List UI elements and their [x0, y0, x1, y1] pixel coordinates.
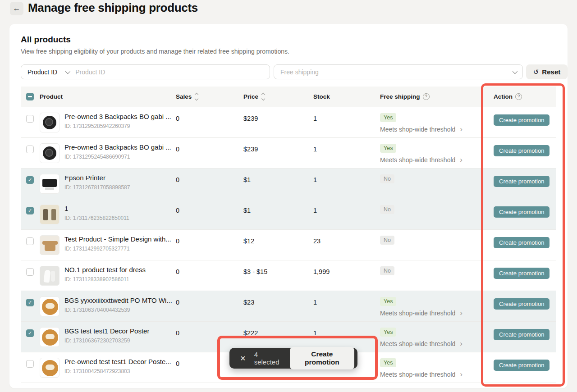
sales-value: 0	[176, 107, 243, 122]
row-checkbox[interactable]: ✓	[26, 207, 34, 214]
top-bar: ← Manage free shipping products	[0, 0, 577, 24]
product-name: NO.1 product test for dress	[64, 266, 146, 273]
column-header-stock: Stock	[313, 93, 380, 100]
select-all-checkbox[interactable]	[26, 93, 34, 100]
row-checkbox[interactable]: ✓	[26, 176, 34, 184]
sales-value: 0	[176, 230, 243, 245]
table-body: ✓ Pre-owned 3 Backpacks BO gabi ... ID: …	[21, 107, 556, 383]
row-checkbox[interactable]: ✓	[26, 237, 34, 245]
table-row: ✓ NO.1 product test for dress ID: 173112…	[21, 260, 556, 291]
row-checkbox[interactable]: ✓	[26, 268, 34, 276]
product-id: ID: 1731128338902586011	[64, 276, 146, 283]
create-promotion-button[interactable]: Create promotion	[494, 176, 550, 187]
product-thumbnail	[40, 143, 60, 163]
product-id: ID: 1731063672302703259	[64, 337, 149, 344]
product-thumbnail	[40, 205, 60, 224]
threshold-link[interactable]: Meets shop-wide threshold ›	[380, 125, 472, 133]
card-description: View free shipping eligibility of your p…	[21, 48, 289, 55]
all-products-card: All products View free shipping eligibil…	[9, 24, 568, 388]
close-icon[interactable]: ×	[240, 354, 246, 363]
create-promotion-button[interactable]: Create promotion	[494, 145, 550, 156]
product-thumbnail	[40, 235, 60, 255]
column-header-action: Action	[494, 93, 513, 100]
sales-value: 0	[176, 199, 243, 214]
product-name: Test Product - Simple Design with...	[64, 235, 171, 243]
filter-row: Product ID Free shipping ↺ Reset	[9, 64, 568, 79]
stock-value: 1	[313, 291, 380, 306]
chevron-down-icon[interactable]	[65, 68, 70, 73]
check-icon: ✓	[28, 300, 32, 305]
price-value: $23	[243, 291, 313, 306]
product-name: Pre-owned 3 Backpacks BO gabi ...	[64, 113, 171, 120]
create-promotion-button[interactable]: Create promotion	[494, 237, 550, 248]
free-shipping-badge: Yes	[380, 144, 396, 153]
filter-field-select[interactable]: Product ID	[27, 68, 57, 76]
table-row: ✓ Pre-owned 3 Backpacks BO gabi ... ID: …	[21, 107, 556, 138]
free-shipping-badge: Yes	[380, 113, 396, 122]
product-id: ID: 1731063704004432539	[64, 307, 172, 313]
create-promotion-button[interactable]: Create promotion	[494, 298, 550, 310]
row-checkbox[interactable]: ✓	[26, 146, 34, 153]
table-row: ✓ BGS yyxxxiiixxttwedit PO MTO Wi... ID:…	[21, 291, 556, 322]
toolbar-create-promotion-button[interactable]: Create promotion	[290, 347, 354, 369]
row-checkbox[interactable]: ✓	[26, 360, 34, 368]
stock-value: 1	[313, 199, 380, 214]
product-id: ID: 1731295245486690971	[64, 154, 171, 160]
create-promotion-button[interactable]: Create promotion	[494, 206, 550, 218]
free-shipping-badge: Yes	[380, 328, 396, 337]
create-promotion-button[interactable]: Create promotion	[494, 360, 550, 371]
create-promotion-button[interactable]: Create promotion	[494, 268, 550, 279]
product-id: ID: 1731267817058898587	[64, 184, 130, 191]
free-shipping-badge: No	[380, 266, 394, 275]
stock-value: 1	[313, 107, 380, 122]
back-button[interactable]: ←	[10, 2, 23, 15]
row-checkbox[interactable]: ✓	[26, 329, 34, 337]
chevron-right-icon: ›	[460, 156, 463, 164]
card-heading: All products	[21, 35, 71, 45]
price-value: $12	[243, 230, 313, 245]
product-name: Pre-owned test test1 Decor Poste...	[64, 358, 171, 365]
threshold-link[interactable]: Meets shop-wide threshold ›	[380, 309, 472, 317]
price-value: $3 - $15	[243, 260, 313, 275]
sort-icon[interactable]	[262, 93, 265, 100]
product-thumbnail	[40, 113, 60, 132]
column-header-sales[interactable]: Sales	[176, 93, 243, 100]
product-name: Epson Printer	[64, 174, 130, 182]
reset-label: Reset	[542, 68, 560, 76]
table-row: ✓ 1 ID: 1731176235822650011 0 $1 1 No › …	[21, 199, 556, 230]
price-value: $239	[243, 138, 313, 153]
price-value: $239	[243, 107, 313, 122]
row-checkbox[interactable]: ✓	[26, 115, 34, 123]
reset-button[interactable]: ↺ Reset	[526, 64, 568, 79]
free-shipping-badge: No	[380, 174, 394, 183]
stock-value: 1	[313, 169, 380, 183]
product-thumbnail	[40, 296, 60, 316]
check-icon: ✓	[28, 208, 32, 213]
help-icon[interactable]: ?	[423, 93, 430, 100]
threshold-link[interactable]: Meets shop-wide threshold ›	[380, 370, 472, 378]
check-icon: ✓	[28, 331, 32, 336]
threshold-label: Meets shop-wide threshold	[380, 371, 455, 378]
product-name: 1	[64, 205, 129, 212]
sort-icon[interactable]	[195, 93, 198, 100]
create-promotion-button[interactable]: Create promotion	[494, 329, 550, 340]
stock-value: 1,999	[313, 260, 380, 275]
threshold-link[interactable]: Meets shop-wide threshold ›	[380, 340, 472, 347]
free-shipping-select[interactable]: Free shipping	[274, 64, 523, 79]
chevron-right-icon: ›	[460, 309, 463, 317]
help-icon[interactable]: ?	[515, 93, 522, 100]
free-shipping-badge: No	[380, 205, 394, 214]
table-row: ✓ Test Product - Simple Design with... I…	[21, 230, 556, 260]
free-shipping-select-placeholder: Free shipping	[280, 68, 513, 76]
price-value: $1	[243, 169, 313, 183]
column-header-price[interactable]: Price	[243, 93, 313, 100]
product-id-input[interactable]	[75, 65, 264, 79]
table-header: Product Sales Price Stock Free shipping …	[21, 87, 556, 107]
threshold-link[interactable]: Meets shop-wide threshold ›	[380, 156, 472, 164]
row-checkbox[interactable]: ✓	[26, 299, 34, 306]
product-id: ID: 1731004258472923803	[64, 368, 171, 374]
sales-value: 0	[176, 291, 243, 306]
product-thumbnail	[40, 358, 60, 378]
create-promotion-button[interactable]: Create promotion	[494, 114, 550, 126]
threshold-label: Meets shop-wide threshold	[380, 126, 455, 133]
